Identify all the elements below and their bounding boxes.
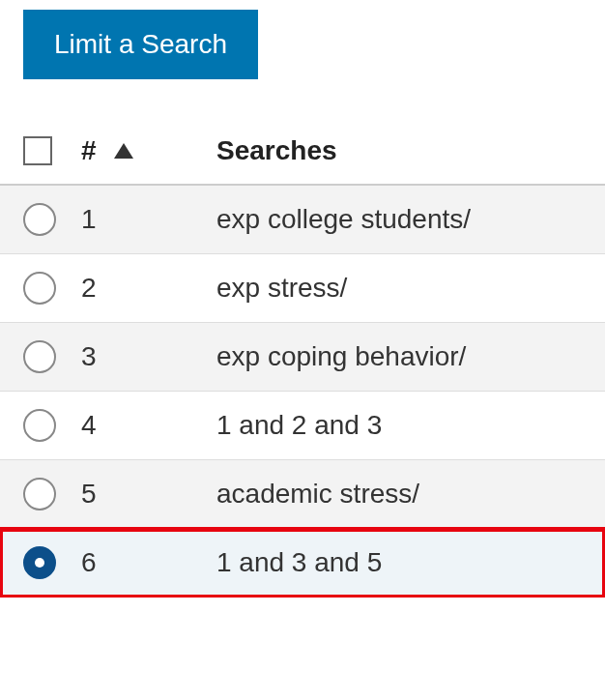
row-radio[interactable] bbox=[23, 478, 56, 510]
radio-cell bbox=[23, 478, 81, 510]
row-search-text: academic stress/ bbox=[216, 479, 605, 510]
table-header-row: # Searches bbox=[0, 118, 605, 186]
row-radio[interactable] bbox=[23, 340, 56, 373]
table-row[interactable]: 5academic stress/ bbox=[0, 460, 605, 529]
row-number: 2 bbox=[81, 273, 216, 304]
table-row[interactable]: 1exp college students/ bbox=[0, 186, 605, 254]
row-search-text: 1 and 2 and 3 bbox=[216, 410, 605, 441]
column-header-number[interactable]: # bbox=[81, 135, 216, 166]
radio-cell bbox=[23, 340, 81, 373]
table-row[interactable]: 41 and 2 and 3 bbox=[0, 392, 605, 460]
search-history-table: # Searches 1exp college students/2exp st… bbox=[0, 118, 605, 598]
row-number: 3 bbox=[81, 341, 216, 372]
table-row[interactable]: 3exp coping behavior/ bbox=[0, 323, 605, 392]
column-header-number-label: # bbox=[81, 135, 97, 166]
row-radio[interactable] bbox=[23, 203, 56, 236]
row-number: 5 bbox=[81, 479, 216, 510]
row-search-text: exp coping behavior/ bbox=[216, 341, 605, 372]
radio-cell bbox=[23, 546, 81, 579]
row-number: 6 bbox=[81, 547, 216, 578]
radio-cell bbox=[23, 409, 81, 442]
select-all-checkbox[interactable] bbox=[23, 136, 52, 165]
table-row[interactable]: 2exp stress/ bbox=[0, 254, 605, 323]
limit-search-button[interactable]: Limit a Search bbox=[23, 10, 258, 79]
column-header-searches[interactable]: Searches bbox=[216, 135, 605, 166]
table-row[interactable]: 61 and 3 and 5 bbox=[0, 529, 605, 598]
row-search-text: exp stress/ bbox=[216, 273, 605, 304]
radio-cell bbox=[23, 203, 81, 236]
row-number: 1 bbox=[81, 204, 216, 235]
sort-ascending-icon bbox=[114, 143, 133, 159]
row-search-text: 1 and 3 and 5 bbox=[216, 547, 605, 578]
radio-cell bbox=[23, 272, 81, 305]
row-number: 4 bbox=[81, 410, 216, 441]
select-all-cell bbox=[23, 136, 81, 165]
row-radio[interactable] bbox=[23, 272, 56, 305]
row-radio[interactable] bbox=[23, 409, 56, 442]
row-search-text: exp college students/ bbox=[216, 204, 605, 235]
row-radio[interactable] bbox=[23, 546, 56, 579]
